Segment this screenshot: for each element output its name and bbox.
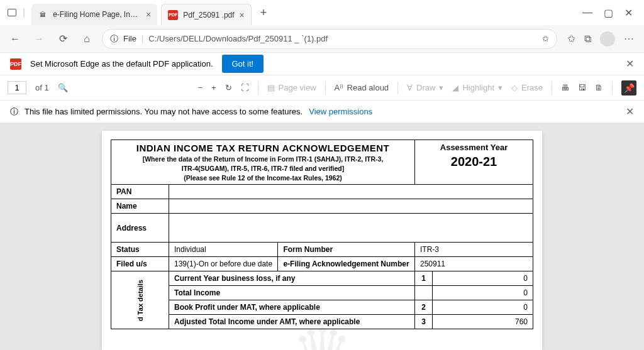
draw-icon: ∀ [407,83,413,92]
forward-button[interactable]: → [30,30,48,48]
default-pdf-banner: PDF Set Microsoft Edge as the default PD… [0,53,644,75]
minimize-button[interactable]: — [582,7,592,19]
favorites-icon[interactable]: ✩ [567,33,575,45]
status-label: Status [111,243,169,257]
site-favicon: 🏛 [38,9,48,19]
pan-value [169,185,533,199]
address-bar[interactable]: ⓘ File | C:/Users/DELL/Downloads/Pdf_250… [102,29,557,49]
close-icon[interactable]: × [146,9,151,19]
default-pdf-message: Set Microsoft Edge as the default PDF ap… [30,59,213,68]
maximize-button[interactable]: ▢ [604,7,613,19]
tax-row-val: 760 [433,315,533,329]
url-path: C:/Users/DELL/Downloads/Pdf_250911 _ `(1… [148,34,537,43]
read-aloud-icon: A)) [335,83,343,92]
menu-icon[interactable]: ⋯ [624,33,634,45]
permissions-message: This file has limited permissions. You m… [25,107,303,116]
ay-value: 2020-21 [420,155,528,169]
chevron-down-icon: ▾ [439,83,443,92]
tax-row-val: 0 [433,271,533,286]
pdf-icon: PDF [10,58,21,70]
collections-icon[interactable]: ⧉ [584,33,591,45]
save-icon[interactable]: 🖫 [578,83,586,92]
title-sep: | [20,7,28,18]
ay-label: Assessment Year [420,143,528,152]
tax-row-val: 0 [433,300,533,315]
pdf-favicon: PDF [168,10,178,20]
tax-row-num: 2 [415,300,433,315]
zoom-in-icon[interactable]: + [211,83,216,92]
draw-button[interactable]: ∀ Draw ▾ [407,83,443,92]
highlight-button[interactable]: ◢ Highlight ▾ [452,83,502,92]
file-info-icon[interactable]: ⓘ [110,33,118,45]
page-view-icon: ▤ [267,83,275,92]
tax-details-side-label: d Tax details [111,271,169,329]
tab-overview-icon[interactable] [8,9,16,16]
tax-row-label: Total Income [169,286,415,300]
page-view-button[interactable]: ▤ Page view [267,83,316,92]
search-icon[interactable]: 🔍 [58,83,68,92]
tab-efiling[interactable]: 🏛 e-Filing Home Page, Income Tax × [31,4,157,25]
titlebar: | 🏛 e-Filing Home Page, Income Tax × PDF… [0,0,644,25]
close-window-button[interactable]: ✕ [625,7,633,19]
view-permissions-link[interactable]: View permissions [309,107,372,116]
got-it-button[interactable]: Got it! [222,55,264,73]
pin-toolbar-icon[interactable]: 📌 [621,80,636,96]
tax-row-num: 1 [415,271,433,286]
doc-table: INDIAN INCOME TAX RETURN ACKNOWLEDGEMENT… [111,139,533,329]
save-as-icon[interactable]: 🗎 [595,83,603,92]
close-icon[interactable]: × [240,10,245,20]
address-label: Address [111,214,169,243]
page-count: of 1 [35,83,49,92]
doc-title-cell: INDIAN INCOME TAX RETURN ACKNOWLEDGEMENT… [111,140,415,185]
tax-row-val: 0 [433,286,533,300]
page-number-input[interactable] [8,81,26,94]
close-permissions-icon[interactable]: ✕ [626,106,634,118]
tax-row-label: Adjusted Total Income under AMT, where a… [169,315,415,329]
fit-width-icon[interactable]: ⛶ [241,83,249,92]
form-number-value: ITR-3 [415,243,533,257]
back-button[interactable]: ← [6,30,24,48]
tax-row-num: 3 [415,315,433,329]
close-banner-icon[interactable]: ✕ [626,58,634,70]
tab-title: e-Filing Home Page, Income Tax [53,10,141,19]
tab-title: Pdf_25091 .pdf [183,11,234,19]
new-tab-button[interactable]: + [255,4,272,22]
status-value: Individual [169,243,278,257]
profile-icon[interactable] [600,31,615,46]
home-button[interactable]: ⌂ [78,30,96,48]
favorite-icon[interactable]: ✩ [542,34,549,43]
ack-number-label: e-Filing Acknowledgement Number [278,257,415,271]
doc-subtitle-3: (Please see Rule 12 of the Income-tax Ru… [116,174,409,182]
pdf-toolbar: of 1 🔍 − + ↻ ⛶ ▤ Page view A)) Read alou… [0,75,644,101]
pdf-viewer[interactable]: ♛ INDIAN INCOME TAX RETURN ACKNOWLEDGEME… [0,123,644,350]
permissions-bar: ⓘ This file has limited permissions. You… [0,101,644,123]
info-icon: ⓘ [10,106,18,118]
address-row: ← → ⟳ ⌂ ⓘ File | C:/Users/DELL/Downloads… [0,25,644,53]
filed-label: Filed u/s [111,257,169,271]
chevron-down-icon: ▾ [498,83,502,92]
filed-value: 139(1)-On or before due date [169,257,278,271]
tab-pdf[interactable]: PDF Pdf_25091 .pdf × [161,4,252,25]
tax-row-label: Book Profit under MAT, where applicable [169,300,415,315]
read-aloud-button[interactable]: A)) Read aloud [335,83,389,92]
url-scheme: File [123,34,136,43]
form-number-label: Form Number [278,243,415,257]
tax-row-num [415,286,433,300]
assessment-year-cell: Assessment Year 2020-21 [415,140,533,185]
doc-subtitle-2: ITR-4(SUGAM), ITR-5, ITR-6, ITR-7 filed … [116,165,409,172]
print-icon[interactable]: 🖶 [561,83,569,92]
tax-row-label: Current Year business loss, if any [169,271,415,286]
rotate-icon[interactable]: ↻ [225,83,232,92]
erase-icon: ◇ [511,83,518,92]
url-sep: | [142,34,143,43]
address-value [169,214,533,243]
doc-subtitle-1: [Where the data of the Return of Income … [116,155,409,163]
erase-button[interactable]: ◇ Erase [511,83,543,92]
titlebar-tabs: | 🏛 e-Filing Home Page, Income Tax × PDF… [5,0,576,25]
ack-number-value: 250911 [415,257,533,271]
toolbar-right: ✩ ⧉ ⋯ [564,31,638,46]
pan-label: PAN [111,185,169,199]
doc-title: INDIAN INCOME TAX RETURN ACKNOWLEDGEMENT [116,143,409,153]
zoom-out-icon[interactable]: − [197,83,203,92]
refresh-button[interactable]: ⟳ [54,30,72,48]
